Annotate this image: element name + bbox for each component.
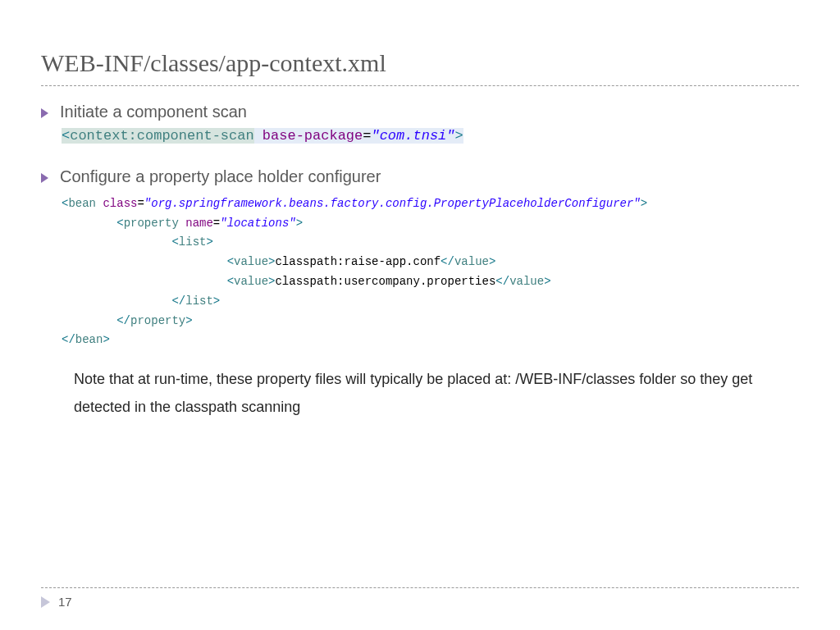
code-token: >	[103, 333, 109, 346]
code-token: property	[124, 217, 179, 230]
bullet-2-text: Configure a property place holder config…	[60, 167, 381, 186]
code-token	[254, 128, 262, 144]
code-token: </	[441, 255, 454, 268]
code-token: context:component-scan	[70, 128, 253, 144]
code-snippet-2: <bean class="org.springframework.beans.f…	[62, 194, 799, 350]
bullet-1: Initiate a component scan	[41, 103, 799, 121]
code-token: =	[213, 217, 220, 230]
code-token: >	[296, 217, 303, 230]
code-token: name	[185, 217, 213, 230]
page-number: 17	[58, 595, 72, 609]
code-token: base-package	[262, 128, 363, 144]
triangle-right-icon	[41, 108, 48, 118]
code-token: </	[171, 294, 185, 308]
code-token: <	[62, 128, 70, 144]
code-token	[62, 294, 171, 308]
code-token: =	[137, 197, 144, 210]
code-token: value	[234, 275, 268, 288]
code-token: >	[641, 197, 647, 210]
code-token: <	[227, 275, 234, 288]
code-token: =	[363, 128, 371, 144]
code-token: bean	[68, 197, 96, 210]
code-snippet-1: <context:component-scan base-package="co…	[62, 126, 799, 146]
code-token: "locations"	[220, 217, 295, 230]
triangle-right-icon	[41, 173, 48, 183]
code-token: >	[544, 275, 550, 288]
code-token	[62, 314, 116, 327]
code-token: <	[171, 235, 178, 249]
code-token	[62, 255, 227, 268]
code-token: >	[206, 235, 212, 249]
code-token: property	[130, 314, 185, 327]
code-token: </	[116, 314, 130, 327]
code-token: <	[116, 217, 123, 230]
code-token: "com.tnsi"	[371, 128, 454, 144]
bullet-2: Configure a property place holder config…	[41, 167, 799, 186]
code-token: >	[489, 255, 495, 268]
triangle-right-icon	[41, 596, 50, 608]
code-token	[62, 217, 116, 230]
code-token: list	[185, 294, 213, 308]
code-token: bean	[75, 333, 103, 346]
code-token: list	[179, 235, 207, 249]
footer: 17	[41, 587, 799, 609]
code-token: <	[227, 255, 234, 268]
code-token	[179, 217, 185, 230]
code-token: value	[234, 255, 268, 268]
code-token: </	[62, 333, 75, 346]
bullet-1-text: Initiate a component scan	[60, 103, 247, 121]
code-token: >	[455, 128, 463, 144]
code-token: class	[103, 197, 137, 210]
code-token: classpath:raise-app.conf	[275, 255, 441, 268]
code-token	[62, 235, 171, 249]
code-token	[62, 275, 227, 288]
code-token: "org.springframework.beans.factory.confi…	[144, 197, 641, 210]
note-text: Note that at run-time, these property fi…	[74, 365, 774, 421]
code-token: classpath:usercompany.properties	[275, 275, 495, 288]
code-token: >	[185, 314, 192, 327]
code-token: >	[213, 294, 220, 308]
code-token: </	[495, 275, 509, 288]
slide-title: WEB-INF/classes/app-context.xml	[41, 49, 799, 86]
code-token: value	[454, 255, 489, 268]
code-token: value	[509, 275, 544, 288]
